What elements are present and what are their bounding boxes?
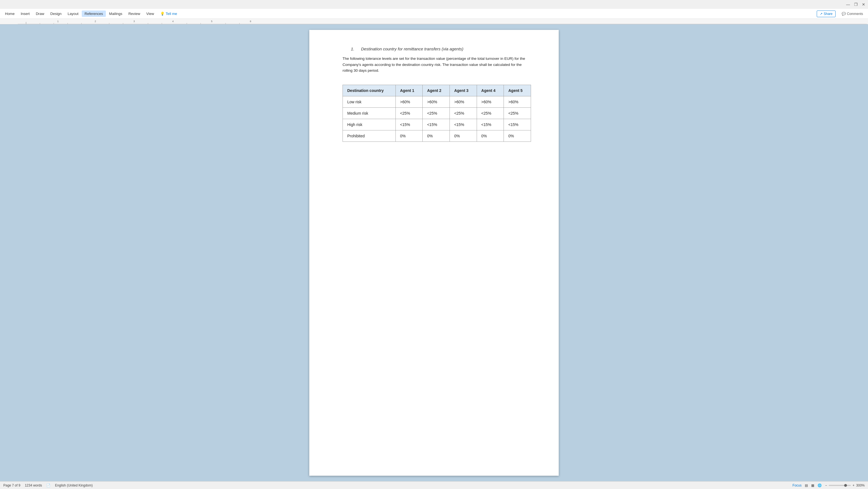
menu-home[interactable]: Home (2, 10, 18, 17)
cell-r3-c4: 0% (477, 130, 504, 141)
menu-design[interactable]: Design (48, 10, 64, 17)
menu-insert[interactable]: Insert (18, 10, 33, 17)
col-header-agent1: Agent 1 (396, 85, 423, 96)
body-text: The following tolerance levels are set f… (343, 56, 531, 74)
cell-r1-c2: <25% (423, 107, 450, 119)
cell-r2-c5: <15% (504, 119, 531, 130)
comments-button[interactable]: 💬 Comments (839, 11, 866, 17)
share-button[interactable]: ↗ Share (817, 10, 836, 17)
cell-r2-c4: <15% (477, 119, 504, 130)
menu-references[interactable]: References (82, 10, 105, 17)
zoom-slider[interactable] (829, 485, 851, 486)
cell-r3-c3: 0% (450, 130, 477, 141)
cell-r1-c3: <25% (450, 107, 477, 119)
svg-text:4: 4 (172, 20, 174, 23)
view-read-icon[interactable]: ▤ (805, 484, 808, 487)
lightbulb-icon: 💡 (160, 12, 165, 16)
section-number: 1. (351, 46, 354, 51)
ruler-marks: 1 2 3 4 5 6 (1, 19, 867, 24)
view-web-icon[interactable]: 🌐 (817, 484, 822, 487)
share-icon: ↗ (820, 12, 823, 16)
col-header-agent5: Agent 5 (504, 85, 531, 96)
focus-button[interactable]: Focus (793, 484, 802, 487)
col-header-agent2: Agent 2 (423, 85, 450, 96)
zoom-level: 300% (856, 484, 865, 487)
table-row: Prohibited0%0%0%0%0% (343, 130, 531, 141)
zoom-slider-thumb (844, 484, 847, 487)
cell-r0-c2: >60% (423, 96, 450, 107)
cell-r0-c1: >60% (396, 96, 423, 107)
ruler: 1 2 3 4 5 6 (0, 19, 868, 24)
cell-r3-c0: Prohibited (343, 130, 396, 141)
menu-layout[interactable]: Layout (65, 10, 81, 17)
zoom-controls: − + 300% (825, 484, 865, 487)
cell-r2-c1: <15% (396, 119, 423, 130)
table-row: High risk<15%<15%<15%<15%<15% (343, 119, 531, 130)
status-bar: Page 7 of 9 1234 words 📄 English (United… (0, 481, 868, 489)
table-row: Medium risk<25%<25%<25%<25%<25% (343, 107, 531, 119)
language-label: English (United Kingdom) (55, 484, 93, 487)
svg-text:5: 5 (211, 20, 212, 23)
cell-r3-c1: 0% (396, 130, 423, 141)
col-header-destination: Destination country (343, 85, 396, 96)
cell-r0-c0: Low risk (343, 96, 396, 107)
close-button[interactable]: ✕ (861, 2, 866, 7)
menu-review[interactable]: Review (126, 10, 143, 17)
col-header-agent4: Agent 4 (477, 85, 504, 96)
cell-r2-c3: <15% (450, 119, 477, 130)
title-bar: — ❐ ✕ (0, 0, 868, 9)
menu-bar: Home Insert Draw Design Layout Reference… (0, 9, 868, 19)
content-area: 1. Destination country for remittance tr… (0, 24, 868, 481)
cell-r1-c1: <25% (396, 107, 423, 119)
table-header-row: Destination country Agent 1 Agent 2 Agen… (343, 85, 531, 96)
cell-r3-c2: 0% (423, 130, 450, 141)
svg-text:2: 2 (94, 20, 96, 23)
word-count: 1234 words (25, 484, 42, 487)
menu-draw[interactable]: Draw (33, 10, 47, 17)
cell-r3-c5: 0% (504, 130, 531, 141)
comment-icon: 💬 (842, 12, 846, 16)
cell-r1-c5: <25% (504, 107, 531, 119)
data-table: Destination country Agent 1 Agent 2 Agen… (343, 85, 531, 142)
svg-text:3: 3 (133, 20, 135, 23)
document-page: 1. Destination country for remittance tr… (309, 30, 559, 476)
view-print-icon[interactable]: ▦ (811, 484, 814, 487)
table-row: Low risk>60%>60%>60%>60%>60% (343, 96, 531, 107)
menu-mailings[interactable]: Mailings (106, 10, 125, 17)
cell-r2-c2: <15% (423, 119, 450, 130)
cell-r0-c4: >60% (477, 96, 504, 107)
section-heading: 1. Destination country for remittance tr… (343, 46, 531, 51)
cell-r1-c0: Medium risk (343, 107, 396, 119)
menu-tell-me[interactable]: 💡 Tell me (157, 10, 180, 17)
status-right: Focus ▤ ▦ 🌐 − + 300% (793, 484, 865, 487)
section-title: Destination country for remittance trans… (361, 46, 463, 51)
svg-text:1: 1 (57, 20, 59, 23)
cell-r2-c0: High risk (343, 119, 396, 130)
minimize-button[interactable]: — (846, 2, 850, 7)
menu-view[interactable]: View (144, 10, 157, 17)
language-icon: 📄 (46, 484, 51, 487)
maximize-button[interactable]: ❐ (854, 2, 858, 7)
svg-text:6: 6 (250, 20, 251, 23)
zoom-out-button[interactable]: − (825, 484, 827, 487)
menu-right-actions: ↗ Share 💬 Comments (817, 10, 866, 17)
cell-r0-c5: >60% (504, 96, 531, 107)
col-header-agent3: Agent 3 (450, 85, 477, 96)
cell-r1-c4: <25% (477, 107, 504, 119)
zoom-in-button[interactable]: + (852, 484, 855, 487)
cell-r0-c3: >60% (450, 96, 477, 107)
page-info: Page 7 of 9 (3, 484, 20, 487)
